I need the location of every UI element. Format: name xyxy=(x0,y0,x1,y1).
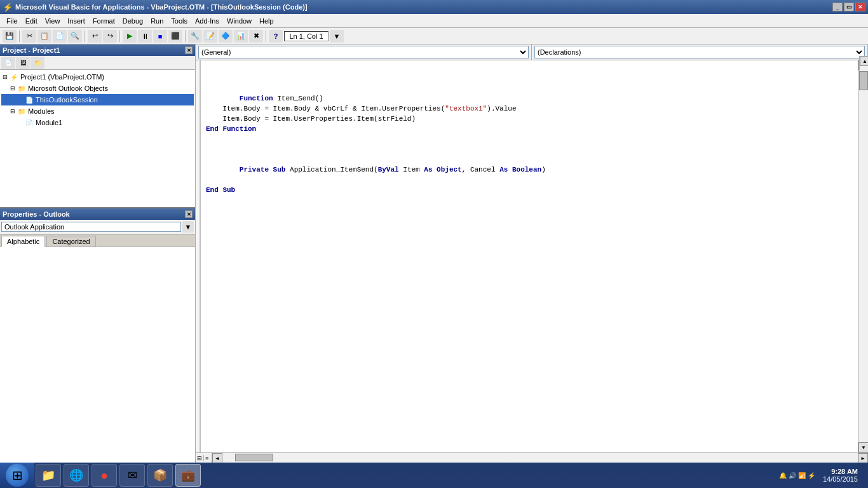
menu-item-debug[interactable]: Debug xyxy=(119,16,147,26)
toolbar-clear[interactable]: ✖ xyxy=(249,30,263,43)
code-scroll-down[interactable]: ▼ xyxy=(858,442,868,452)
properties-panel-header: Properties - Outlook ✕ xyxy=(0,208,195,220)
tree-item-modules[interactable]: ⊟ 📁 Modules xyxy=(1,105,194,117)
toolbar-misc[interactable]: ▼ xyxy=(330,30,344,43)
properties-tab-alphabetic[interactable]: Alphabetic xyxy=(1,236,45,247)
menu-item-format[interactable]: Format xyxy=(89,16,119,26)
properties-object-name[interactable]: Outlook Application xyxy=(1,222,181,232)
code-area[interactable]: Function Item_Send() Item.Body = Item.Bo… xyxy=(201,60,858,452)
system-tray: 🔔 🔊 📶 ⚡ xyxy=(779,472,815,479)
project-view-form[interactable]: 🖼 xyxy=(16,57,30,69)
clock-date: 14/05/2015 xyxy=(823,475,858,483)
taskbar-explorer[interactable]: 📁 xyxy=(36,464,61,487)
tree-label-root: Project1 (VbaProject.OTM) xyxy=(20,73,104,81)
window-title: Microsoft Visual Basic for Applications … xyxy=(15,3,832,11)
menu-item-tools[interactable]: Tools xyxy=(167,16,191,26)
toolbar-paste[interactable]: 📄 xyxy=(53,30,67,43)
taskbar-right: 🔔 🔊 📶 ⚡ 9:28 AM 14/05/2015 xyxy=(779,468,868,483)
start-orb: ⊞ xyxy=(6,464,29,487)
tree-expand-root[interactable]: ⊟ xyxy=(1,74,9,80)
restore-button[interactable]: ▭ xyxy=(844,3,854,11)
close-button[interactable]: ✕ xyxy=(855,3,865,11)
tree-expand-outlook[interactable]: ⊟ xyxy=(9,85,17,92)
toolbar-userform[interactable]: 🔧 xyxy=(188,30,202,43)
code-hscroll-thumb[interactable] xyxy=(235,454,273,461)
properties-panel-title: Properties - Outlook xyxy=(3,210,70,218)
toolbar-pause[interactable]: ⏸ xyxy=(138,30,152,43)
taskbar-vba[interactable]: 💼 xyxy=(175,464,201,487)
tree-icon-module1: 📄 xyxy=(24,118,34,128)
tray-icon-4: ⚡ xyxy=(808,472,815,479)
toolbar-stop[interactable]: ■ xyxy=(153,30,167,43)
properties-tabs: Alphabetic Categorized xyxy=(0,234,195,247)
code-proc-dropdown[interactable]: (Declarations) xyxy=(534,46,865,58)
code-hscroll-left[interactable]: ◄ xyxy=(212,453,222,463)
toolbar-proc[interactable]: 📊 xyxy=(234,30,248,43)
project-panel-title: Project - Project1 xyxy=(3,46,60,54)
tree-label-module1: Module1 xyxy=(36,119,62,126)
window-controls: _ ▭ ✕ xyxy=(832,3,865,11)
taskbar-ie[interactable]: 🌐 xyxy=(64,464,89,487)
menu-item-run[interactable]: Run xyxy=(147,16,167,26)
menu-item-file[interactable]: File xyxy=(3,16,22,26)
toolbar-redo[interactable]: ↪ xyxy=(103,30,117,43)
tree-item-this-outlook-session[interactable]: 📄 ThisOutlookSession xyxy=(1,94,194,105)
tray-icon-1: 🔔 xyxy=(779,472,787,479)
tree-expand-modules[interactable]: ⊟ xyxy=(9,108,17,114)
tree-label-session: ThisOutlookSession xyxy=(36,96,98,104)
project-toolbar: 📄 🖼 📁 xyxy=(0,56,195,70)
tree-icon-modules: 📁 xyxy=(17,106,27,116)
menu-item-edit[interactable]: Edit xyxy=(22,16,41,26)
code-proc-view-btn[interactable]: ⊟ xyxy=(196,455,204,461)
project-tree: ⊟ ⚡ Project1 (VbaProject.OTM) ⊟ 📁 Micros… xyxy=(0,70,195,207)
toolbar-find[interactable]: 🔍 xyxy=(68,30,82,43)
toolbar-module[interactable]: 📝 xyxy=(203,30,217,43)
start-button[interactable]: ⊞ xyxy=(0,463,34,488)
project-view-code[interactable]: 📄 xyxy=(1,57,15,69)
tree-root[interactable]: ⊟ ⚡ Project1 (VbaProject.OTM) xyxy=(1,71,194,83)
properties-body xyxy=(0,247,195,463)
minimize-button[interactable]: _ xyxy=(832,3,843,11)
toolbar-copy[interactable]: 📋 xyxy=(37,30,51,43)
clock: 9:28 AM 14/05/2015 xyxy=(818,468,863,483)
code-editor-panel: (General) (Declarations) Function Item_S… xyxy=(196,44,868,463)
menu-item-window[interactable]: Window xyxy=(223,16,255,26)
code-full-view-btn[interactable]: ≡ xyxy=(204,455,210,461)
toolbar-design[interactable]: ⬛ xyxy=(168,30,182,43)
tree-item-outlook-objects[interactable]: ⊟ 📁 Microsoft Outlook Objects xyxy=(1,83,194,94)
properties-object-dropdown[interactable]: ▼ xyxy=(182,221,194,233)
code-hscroll-right[interactable]: ► xyxy=(858,453,868,463)
menu-bar: FileEditViewInsertFormatDebugRunToolsAdd… xyxy=(0,14,868,28)
toolbar-class[interactable]: 🔷 xyxy=(219,30,233,43)
proj-scroll-up[interactable]: ▲ xyxy=(860,56,868,66)
toolbar-run[interactable]: ▶ xyxy=(123,30,137,43)
code-proc-selector: (Declarations) xyxy=(532,44,868,60)
menu-item-add-ins[interactable]: Add-Ins xyxy=(191,16,223,26)
toolbar-cut[interactable]: ✂ xyxy=(22,30,36,43)
tree-item-module1[interactable]: 📄 Module1 xyxy=(1,117,194,128)
taskbar-outlook[interactable]: ✉ xyxy=(119,464,145,487)
taskbar-package[interactable]: 📦 xyxy=(147,464,173,487)
menu-item-help[interactable]: Help xyxy=(255,16,278,26)
toolbar-undo[interactable]: ↩ xyxy=(88,30,102,43)
code-object-dropdown[interactable]: (General) xyxy=(198,46,529,58)
toolbar: 💾 ✂ 📋 📄 🔍 ↩ ↪ ▶ ⏸ ■ ⬛ 🔧 📝 🔷 📊 ✖ ? Ln 1, … xyxy=(0,28,868,44)
code-vscrollbar[interactable]: ▲ ▼ xyxy=(858,60,868,452)
title-bar: ⚡ Microsoft Visual Basic for Application… xyxy=(0,0,868,14)
toolbar-save-btn[interactable]: 💾 xyxy=(3,30,17,43)
code-hscrollbar[interactable]: ⊟ ≡ ◄ ► xyxy=(196,452,868,463)
project-toggle-folder[interactable]: 📁 xyxy=(31,57,44,69)
properties-panel-close[interactable]: ✕ xyxy=(185,210,193,218)
project-panel-close[interactable]: ✕ xyxy=(185,46,193,54)
tray-icon-2: 🔊 xyxy=(789,472,796,479)
taskbar-chrome[interactable]: ● xyxy=(92,464,117,487)
tree-label-outlook-objects: Microsoft Outlook Objects xyxy=(28,85,108,92)
properties-tab-categorized[interactable]: Categorized xyxy=(46,236,95,247)
project-panel: Project - Project1 ✕ 📄 🖼 📁 ⊟ ⚡ Project1 … xyxy=(0,44,195,208)
menu-item-insert[interactable]: Insert xyxy=(64,16,89,26)
toolbar-help[interactable]: ? xyxy=(269,30,283,43)
code-scroll-thumb[interactable] xyxy=(859,71,868,90)
code-area-container: Function Item_Send() Item.Body = Item.Bo… xyxy=(196,60,868,452)
menu-item-view[interactable]: View xyxy=(41,16,64,26)
project-panel-header: Project - Project1 ✕ xyxy=(0,44,195,56)
